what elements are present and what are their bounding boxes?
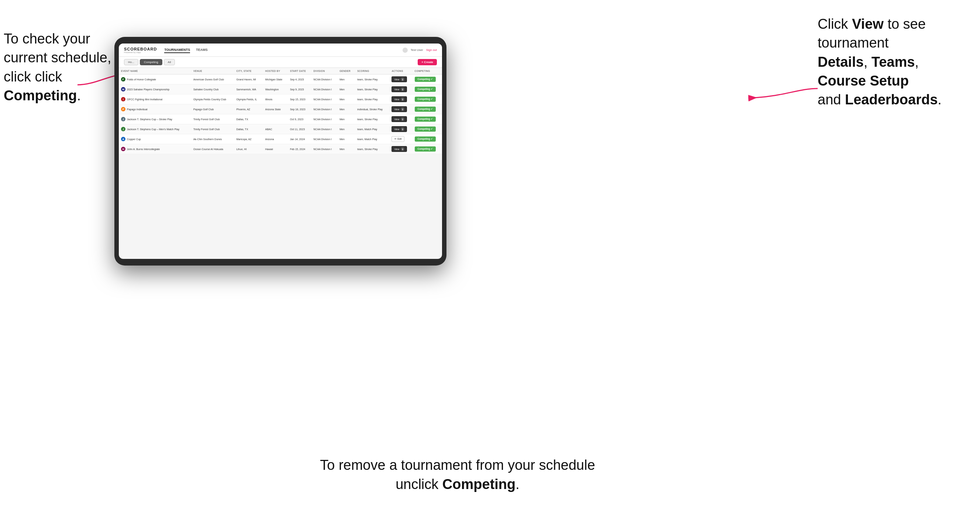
- annotation-top-right: Click View to see tournament Details, Te…: [818, 15, 973, 109]
- event-name-cell: W 2023 Sahalee Players Championship: [119, 84, 191, 94]
- start-date-cell: Feb 15, 2024: [288, 144, 312, 154]
- gender-cell: Men: [337, 75, 355, 84]
- venue-cell: Ak-Chin Southern Dunes: [191, 134, 234, 144]
- event-name: Folds of Honor Collegiate: [127, 78, 156, 81]
- table-row: I OFCC Fighting Illini Invitational Olym…: [119, 94, 442, 104]
- division-cell: NCAA Division I: [312, 134, 337, 144]
- gender-cell: Men: [337, 84, 355, 94]
- annotation-left-bold: Competing: [4, 88, 77, 103]
- start-date-cell: Sep 18, 2023: [288, 104, 312, 114]
- team-logo: F: [121, 77, 126, 81]
- create-button[interactable]: + Create: [418, 59, 437, 65]
- venue-cell: Trinity Forest Golf Club: [191, 124, 234, 134]
- view-button[interactable]: View ℹ: [391, 96, 407, 102]
- tab-competing[interactable]: Competing: [140, 59, 162, 65]
- start-date-cell: Sep 4, 2023: [288, 75, 312, 84]
- team-logo: P: [121, 107, 126, 111]
- competing-button[interactable]: Competing ✓: [415, 87, 436, 92]
- sub-header: Ho... Competing All + Create: [119, 57, 442, 68]
- tournaments-table-container: EVENT NAME VENUE CITY, STATE HOSTED BY S…: [119, 68, 442, 154]
- table-row: J Jackson T. Stephens Cup – Men's Match …: [119, 124, 442, 134]
- competing-button[interactable]: Competing ✓: [415, 106, 436, 112]
- actions-cell: ✏ Edit: [389, 134, 412, 144]
- competing-cell: Competing ✓: [412, 104, 442, 114]
- team-logo: H: [121, 147, 126, 151]
- view-button[interactable]: View ℹ: [391, 116, 407, 122]
- city-state-cell: Grand Haven, MI: [234, 75, 263, 84]
- view-button[interactable]: View ℹ: [391, 106, 407, 112]
- competing-cell: Competing ✓: [412, 94, 442, 104]
- competing-cell: Competing ✓: [412, 75, 442, 84]
- sign-out-link[interactable]: Sign out: [426, 48, 437, 52]
- hosted-by-cell: Arizona: [263, 134, 288, 144]
- city-state-cell: Sammamish, WA: [234, 84, 263, 94]
- venue-cell: Papago Golf Club: [191, 104, 234, 114]
- hosted-by-cell: Arizona State: [263, 104, 288, 114]
- scoring-cell: team, Stroke Play: [355, 94, 389, 104]
- nav-teams[interactable]: TEAMS: [196, 47, 208, 53]
- tablet-frame: SCOREBOARD Powered by clipp TOURNAMENTS …: [115, 37, 447, 265]
- event-name-cell: P Papago Individual: [119, 104, 191, 114]
- logo-text: SCOREBOARD: [124, 47, 157, 51]
- col-city-state: CITY, STATE: [234, 68, 263, 75]
- header-right: Test User Sign out: [402, 48, 437, 53]
- tab-home[interactable]: Ho...: [124, 59, 138, 65]
- competing-button[interactable]: Competing ✓: [415, 97, 436, 102]
- view-button[interactable]: View ℹ: [391, 146, 407, 152]
- app-header: SCOREBOARD Powered by clipp TOURNAMENTS …: [119, 43, 442, 57]
- scoring-cell: team, Stroke Play: [355, 114, 389, 124]
- table-row: J Jackson T. Stephens Cup – Stroke Play …: [119, 114, 442, 124]
- scoring-cell: individual, Stroke Play: [355, 104, 389, 114]
- division-cell: NCAA Division I: [312, 94, 337, 104]
- nav-tournaments[interactable]: TOURNAMENTS: [164, 47, 190, 53]
- hosted-by-cell: ABAC: [263, 124, 288, 134]
- start-date-cell: Oct 9, 2023: [288, 114, 312, 124]
- logo-area: SCOREBOARD Powered by clipp: [124, 47, 157, 54]
- competing-button[interactable]: Competing ✓: [415, 146, 436, 152]
- table-row: A Copper Cup Ak-Chin Southern DunesMaric…: [119, 134, 442, 144]
- actions-cell: View ℹ: [389, 104, 412, 114]
- division-cell: NCAA Division I: [312, 104, 337, 114]
- col-start-date: START DATE: [288, 68, 312, 75]
- city-state-cell: Lihue, HI: [234, 144, 263, 154]
- annotation-bottom-right: To remove a tournament from your schedul…: [317, 456, 598, 494]
- gender-cell: Men: [337, 144, 355, 154]
- division-cell: NCAA Division I: [312, 124, 337, 134]
- view-button[interactable]: View ℹ: [391, 126, 407, 132]
- user-name: Test User: [410, 48, 423, 52]
- competing-cell: Competing ✓: [412, 114, 442, 124]
- start-date-cell: Jan 14, 2024: [288, 134, 312, 144]
- event-name-cell: H John A. Burns Intercollegiate: [119, 144, 191, 154]
- city-state-cell: Dallas, TX: [234, 114, 263, 124]
- tablet-screen: SCOREBOARD Powered by clipp TOURNAMENTS …: [119, 43, 442, 259]
- hosted-by-cell: Washington: [263, 84, 288, 94]
- competing-button[interactable]: Competing ✓: [415, 77, 436, 82]
- venue-cell: Sahalee Country Club: [191, 84, 234, 94]
- start-date-cell: Oct 11, 2023: [288, 124, 312, 134]
- division-cell: NCAA Division I: [312, 114, 337, 124]
- view-button[interactable]: View ℹ: [391, 86, 407, 92]
- event-name-cell: F Folds of Honor Collegiate: [119, 75, 191, 84]
- gender-cell: Men: [337, 124, 355, 134]
- actions-cell: View ℹ: [389, 75, 412, 84]
- gender-cell: Men: [337, 114, 355, 124]
- city-state-cell: Maricopa, AZ: [234, 134, 263, 144]
- event-name: Copper Cup: [127, 138, 141, 141]
- competing-button[interactable]: Competing ✓: [415, 127, 436, 132]
- actions-cell: View ℹ: [389, 144, 412, 154]
- actions-cell: View ℹ: [389, 94, 412, 104]
- competing-button[interactable]: Competing ✓: [415, 116, 436, 122]
- event-name-cell: J Jackson T. Stephens Cup – Men's Match …: [119, 124, 191, 134]
- nav-items: TOURNAMENTS TEAMS: [164, 47, 402, 53]
- division-cell: NCAA Division I: [312, 84, 337, 94]
- tab-all[interactable]: All: [164, 59, 175, 65]
- team-logo: J: [121, 117, 126, 121]
- view-button[interactable]: View ℹ: [391, 76, 407, 82]
- event-name-cell: J Jackson T. Stephens Cup – Stroke Play: [119, 114, 191, 124]
- competing-button[interactable]: Competing ✓: [415, 137, 436, 141]
- team-logo: I: [121, 97, 126, 102]
- edit-button[interactable]: ✏ Edit: [391, 136, 404, 142]
- event-name: Jackson T. Stephens Cup – Men's Match Pl…: [127, 128, 179, 130]
- venue-cell: Olympia Fields Country Club: [191, 94, 234, 104]
- city-state-cell: Dallas, TX: [234, 124, 263, 134]
